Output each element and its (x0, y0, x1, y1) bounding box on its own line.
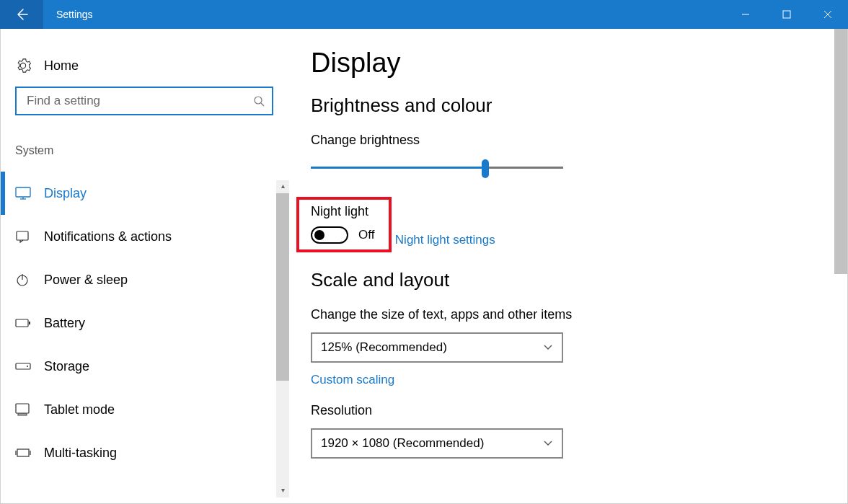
main-scrollbar-thumb[interactable] (834, 29, 847, 274)
section-brightness-heading: Brightness and colour (311, 94, 826, 117)
sidebar-item-tablet[interactable]: Tablet mode (15, 388, 289, 431)
minimize-button[interactable] (725, 0, 766, 29)
multitasking-icon (15, 447, 31, 459)
chevron-down-icon (543, 344, 553, 351)
brightness-slider[interactable] (311, 158, 563, 180)
svg-rect-1 (783, 11, 790, 18)
sidebar-item-power[interactable]: Power & sleep (15, 258, 289, 301)
storage-icon (15, 361, 31, 371)
sidebar-item-battery[interactable]: Battery (15, 301, 289, 345)
sidebar-scrollbar[interactable]: ▴ ▾ (276, 180, 289, 498)
close-icon (823, 10, 832, 19)
sidebar-item-label: Storage (44, 359, 89, 374)
maximize-button[interactable] (766, 0, 807, 29)
svg-rect-17 (18, 414, 27, 415)
scroll-down-icon[interactable]: ▾ (276, 485, 289, 498)
search-input-wrapper[interactable] (15, 87, 273, 115)
svg-rect-9 (17, 231, 28, 240)
sidebar-item-storage[interactable]: Storage (15, 345, 289, 388)
scale-dropdown[interactable]: 125% (Recommended) (311, 332, 563, 363)
window-title: Settings (56, 9, 93, 20)
window-controls (725, 0, 848, 29)
sidebar-item-label: Battery (44, 316, 85, 331)
display-icon (15, 187, 31, 200)
section-scale-heading: Scale and layout (311, 269, 826, 291)
svg-line-5 (261, 103, 264, 106)
brightness-label: Change brightness (311, 133, 826, 148)
battery-icon (15, 318, 31, 328)
svg-point-15 (27, 366, 28, 367)
sidebar-item-label: Power & sleep (44, 273, 128, 288)
svg-rect-18 (17, 449, 29, 456)
sidebar-item-notifications[interactable]: Notifications & actions (15, 215, 289, 258)
scale-label: Change the size of text, apps and other … (311, 307, 826, 322)
resolution-label: Resolution (311, 403, 826, 418)
sidebar-home[interactable]: Home (15, 50, 289, 87)
scrollbar-thumb[interactable] (276, 193, 289, 381)
resolution-value: 1920 × 1080 (Recommended) (321, 436, 484, 451)
nav-list: Display Notifications & actions Power & … (15, 172, 289, 474)
scroll-up-icon[interactable]: ▴ (276, 180, 289, 193)
svg-rect-12 (16, 319, 28, 327)
scale-value: 125% (Recommended) (321, 340, 447, 355)
svg-rect-16 (16, 404, 29, 413)
page-title: Display (311, 48, 826, 79)
resolution-dropdown[interactable]: 1920 × 1080 (Recommended) (311, 428, 563, 459)
gear-icon (15, 58, 31, 74)
night-light-toggle[interactable] (311, 226, 348, 244)
night-light-highlight: Night light Off (296, 197, 392, 252)
close-button[interactable] (807, 0, 848, 29)
minimize-icon (741, 10, 750, 19)
svg-rect-6 (16, 187, 30, 197)
sidebar-section-label: System (15, 144, 289, 157)
back-button[interactable] (0, 0, 43, 29)
sidebar-item-label: Multi-tasking (44, 446, 117, 461)
sidebar-item-display[interactable]: Display (15, 172, 289, 215)
sidebar: Home System Display (1, 29, 289, 503)
slider-thumb[interactable] (482, 159, 489, 178)
arrow-left-icon (14, 7, 29, 22)
svg-point-4 (255, 97, 262, 104)
sidebar-item-label: Tablet mode (44, 402, 115, 417)
svg-rect-13 (29, 322, 30, 324)
search-input[interactable] (27, 94, 253, 108)
sidebar-item-label: Display (44, 186, 87, 201)
chevron-down-icon (543, 440, 553, 447)
home-label: Home (44, 58, 79, 74)
night-light-state: Off (358, 228, 374, 242)
maximize-icon (782, 10, 791, 19)
night-light-settings-link[interactable]: Night light settings (395, 233, 495, 247)
titlebar: Settings (0, 0, 848, 29)
custom-scaling-link[interactable]: Custom scaling (311, 373, 394, 387)
search-icon (253, 95, 265, 107)
sidebar-item-label: Notifications & actions (44, 229, 172, 244)
tablet-icon (15, 403, 30, 416)
notifications-icon (15, 229, 30, 244)
main-content: Display Brightness and colour Change bri… (289, 29, 847, 503)
sidebar-item-multitasking[interactable]: Multi-tasking (15, 431, 289, 474)
power-icon (15, 273, 30, 287)
night-light-label: Night light (311, 204, 374, 219)
